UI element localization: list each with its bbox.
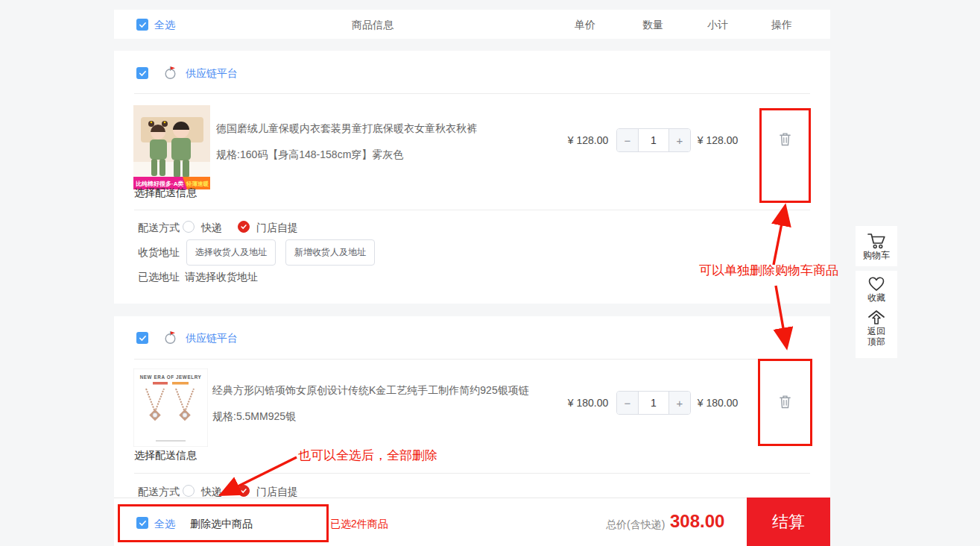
check-icon <box>240 487 247 495</box>
back-to-top-button[interactable]: 返回 顶部 <box>867 310 886 347</box>
product1-delete-button[interactable] <box>774 128 795 149</box>
store1-checkbox[interactable] <box>136 67 148 79</box>
side-cart-label: 购物车 <box>863 250 890 260</box>
quantity-input[interactable] <box>638 129 669 151</box>
selected-address-value: 请选择收货地址 <box>185 271 258 284</box>
column-subtotal: 小计 <box>707 19 728 32</box>
cart-footer-bar: 全选 删除选中商品 已选2件商品 总价(含快递) 308.00 结算 <box>114 498 830 546</box>
product2-delete-button[interactable] <box>774 391 795 412</box>
quantity-decrease-button[interactable]: − <box>617 129 638 151</box>
address-buttons: 选择收货人及地址 新增收货人及地址 <box>186 239 375 266</box>
store-pickup-radio[interactable] <box>238 485 250 497</box>
delivery-section-title: 选择配送信息 <box>134 449 197 462</box>
divider <box>134 210 810 210</box>
product2-subtotal: ¥ 180.00 <box>688 397 747 409</box>
product2-unit-price: ¥ 180.00 <box>558 397 618 409</box>
column-unit-price: 单价 <box>575 19 595 32</box>
product1-subtotal: ¥ 128.00 <box>688 134 747 146</box>
footer-select-all-checkbox[interactable] <box>136 517 148 529</box>
back-to-top-label-1: 返回 <box>867 326 885 336</box>
selected-address-label: 已选地址 <box>138 271 180 284</box>
check-icon <box>139 21 147 29</box>
checkout-button[interactable]: 结算 <box>747 498 830 546</box>
express-radio[interactable] <box>183 485 195 497</box>
cart-table-header: 全选 商品信息 单价 数量 小计 操作 <box>114 10 830 39</box>
trash-icon <box>778 131 792 147</box>
selected-count-text: 已选2件商品 <box>330 518 388 531</box>
product2-title[interactable]: 经典方形闪锆项饰女原创设计传统K金工艺纯手工制作简约925银项链 <box>212 383 615 398</box>
side-favorites-label: 收藏 <box>867 292 885 303</box>
product2-spec: 规格:5.5MM925银 <box>212 410 296 424</box>
quantity-increase-button[interactable]: + <box>669 129 690 151</box>
product2-image-caption: NEW ERA OF JEWELRY <box>140 374 202 380</box>
back-to-top-label-2: 顶部 <box>867 336 885 347</box>
product1-image[interactable]: 比纯棉好很多·A类 轻薄速暖 <box>133 105 210 189</box>
divider <box>134 359 810 360</box>
express-radio[interactable] <box>183 221 195 233</box>
annotation-single-delete-text: 可以单独删除购物车商品 <box>699 262 838 279</box>
shopping-cart-icon <box>867 232 886 250</box>
divider <box>134 473 810 474</box>
address-label: 收货地址 <box>138 246 180 260</box>
total-price-label: 总价(含快递) <box>606 518 665 532</box>
side-tools: 收藏 返回 顶部 <box>856 271 897 358</box>
column-action: 操作 <box>771 19 792 32</box>
heart-icon <box>867 276 885 292</box>
express-label[interactable]: 快递 <box>201 222 222 235</box>
total-price-value: 308.00 <box>670 511 724 532</box>
choose-address-button[interactable]: 选择收货人及地址 <box>186 239 276 266</box>
side-toolbar: 购物车 收藏 返回 顶部 <box>856 226 897 358</box>
column-product-info: 商品信息 <box>352 19 393 32</box>
product1-unit-price: ¥ 128.00 <box>558 134 618 146</box>
store-pickup-radio[interactable] <box>238 221 250 233</box>
divider <box>134 93 810 94</box>
quantity-decrease-button[interactable]: − <box>617 392 638 414</box>
store-icon <box>163 65 178 80</box>
column-quantity: 数量 <box>642 19 663 32</box>
store-pickup-label[interactable]: 门店自提 <box>256 222 298 235</box>
delivery-method-label: 配送方式 <box>138 222 180 235</box>
quantity-input[interactable] <box>638 392 669 414</box>
check-icon <box>139 519 147 527</box>
delete-selected-button[interactable]: 删除选中商品 <box>190 518 253 531</box>
check-icon <box>139 334 147 342</box>
select-all-label[interactable]: 全选 <box>154 19 175 32</box>
add-address-button[interactable]: 新增收货人及地址 <box>285 239 375 266</box>
store-icon <box>163 330 178 345</box>
quantity-increase-button[interactable]: + <box>669 392 690 414</box>
check-icon <box>139 69 147 78</box>
product2-image[interactable]: NEW ERA OF JEWELRY <box>133 368 208 447</box>
delivery-section-title: 选择配送信息 <box>134 186 197 200</box>
store1-name-link[interactable]: 供应链平台 <box>186 67 238 81</box>
side-favorites-button[interactable]: 收藏 <box>867 276 885 303</box>
check-icon <box>240 223 247 230</box>
footer-select-all-label[interactable]: 全选 <box>154 518 175 531</box>
product1-spec: 规格:160码【身高148-158cm穿】雾灰色 <box>216 148 403 162</box>
store2-checkbox[interactable] <box>136 332 148 344</box>
annotation-bulk-delete-text: 也可以全选后，全部删除 <box>298 447 437 464</box>
trash-icon <box>778 394 792 410</box>
select-all-checkbox[interactable] <box>136 19 148 31</box>
side-cart-button[interactable]: 购物车 <box>856 226 897 266</box>
product1-title[interactable]: 德国磨绒儿童保暖内衣套装男童打底保暖衣女童秋衣秋裤 <box>216 121 604 136</box>
product2-quantity-stepper: − + <box>616 391 691 415</box>
product1-quantity-stepper: − + <box>616 128 691 152</box>
arrow-up-icon <box>867 310 886 326</box>
store2-name-link[interactable]: 供应链平台 <box>186 332 238 345</box>
